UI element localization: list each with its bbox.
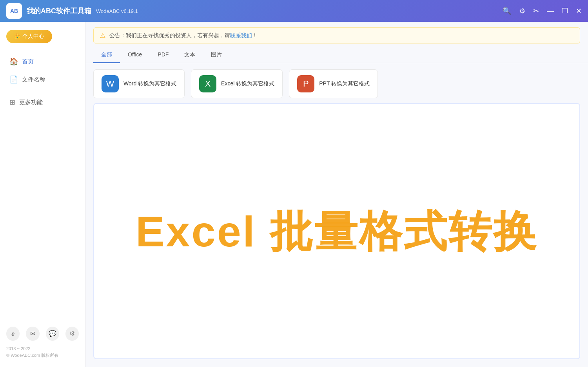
banner-title: Excel 批量格式转换	[136, 208, 538, 255]
sidebar-profile-section: 👑 个人中心	[0, 22, 85, 51]
sidebar-nav: 🏠 首页 📄 文件名称	[0, 51, 85, 90]
tab-image[interactable]: 图片	[203, 47, 230, 63]
sidebar-more-features[interactable]: ⊞ 更多功能	[0, 93, 85, 111]
main-banner: Excel 批量格式转换	[93, 103, 580, 359]
profile-button[interactable]: 👑 个人中心	[6, 30, 52, 43]
announcement-banner: ⚠ 公告：我们正在寻找优秀的投资人，若有兴趣，请联系我们！	[93, 27, 580, 43]
sidebar-item-filename-label: 文件名称	[22, 76, 45, 83]
tab-pdf[interactable]: PDF	[150, 47, 176, 63]
grid-icon: ⊞	[9, 98, 15, 107]
browser-icon[interactable]: e	[6, 327, 20, 341]
sidebar-footer: e ✉ 💬 ⚙ 2013 ~ 2022 © WodeABC.com 版权所有	[0, 319, 85, 367]
app-version: WodeABC v6.19.1	[96, 8, 138, 14]
sidebar-item-home[interactable]: 🏠 首页	[0, 52, 85, 71]
close-button[interactable]: ✕	[576, 7, 582, 15]
chat-icon[interactable]: 💬	[46, 327, 59, 341]
tab-text[interactable]: 文本	[176, 47, 203, 63]
tool-cards-row: W Word 转换为其它格式 X Excel 转换为其它格式 P PPT 转换为…	[85, 63, 588, 103]
settings-icon[interactable]: ⚙	[519, 7, 525, 15]
app-logo: AB	[6, 3, 22, 19]
sidebar: 👑 个人中心 🏠 首页 📄 文件名称 ⊞ 更多功能 e ✉ 💬 ⚙	[0, 22, 85, 367]
share-icon[interactable]: ⚙	[65, 327, 79, 341]
main-layout: 👑 个人中心 🏠 首页 📄 文件名称 ⊞ 更多功能 e ✉ 💬 ⚙	[0, 22, 588, 367]
announcement-text: 公告：我们正在寻找优秀的投资人，若有兴趣，请联系我们！	[109, 32, 258, 39]
ppt-tool-label: PPT 转换为其它格式	[319, 80, 370, 87]
filter-tabs: 全部 Office PDF 文本 图片	[85, 47, 588, 63]
word-icon: W	[102, 75, 119, 92]
ppt-icon: P	[297, 75, 314, 92]
more-features-label: 更多功能	[19, 99, 43, 106]
word-tool-card[interactable]: W Word 转换为其它格式	[93, 69, 185, 98]
tab-all[interactable]: 全部	[93, 47, 120, 63]
scissors-icon[interactable]: ✂	[533, 7, 539, 15]
window-controls: 🔍 ⚙ ✂ — ❐ ✕	[503, 7, 582, 15]
tab-office[interactable]: Office	[120, 47, 150, 63]
restore-button[interactable]: ❐	[562, 7, 568, 15]
file-icon: 📄	[9, 75, 18, 84]
minimize-button[interactable]: —	[547, 7, 554, 15]
copyright-text: 2013 ~ 2022 © WodeABC.com 版权所有	[6, 345, 79, 359]
sidebar-item-home-label: 首页	[22, 58, 34, 65]
app-title: 我的ABC软件工具箱	[27, 6, 91, 16]
content-area: ⚠ 公告：我们正在寻找优秀的投资人，若有兴趣，请联系我们！ 全部 Office …	[85, 22, 588, 367]
footer-icons-row: e ✉ 💬 ⚙	[6, 327, 79, 341]
excel-tool-label: Excel 转换为其它格式	[221, 80, 274, 87]
sidebar-item-filename[interactable]: 📄 文件名称	[0, 71, 85, 89]
home-icon: 🏠	[9, 57, 18, 66]
excel-icon: X	[199, 75, 216, 92]
titlebar: AB 我的ABC软件工具箱 WodeABC v6.19.1 🔍 ⚙ ✂ — ❐ …	[0, 0, 588, 22]
word-tool-label: Word 转换为其它格式	[123, 80, 176, 87]
excel-tool-card[interactable]: X Excel 转换为其它格式	[191, 69, 283, 98]
search-icon[interactable]: 🔍	[503, 7, 511, 15]
contact-link[interactable]: 联系我们	[230, 32, 252, 38]
warning-icon: ⚠	[100, 32, 105, 39]
email-icon[interactable]: ✉	[26, 327, 39, 341]
ppt-tool-card[interactable]: P PPT 转换为其它格式	[289, 69, 378, 98]
